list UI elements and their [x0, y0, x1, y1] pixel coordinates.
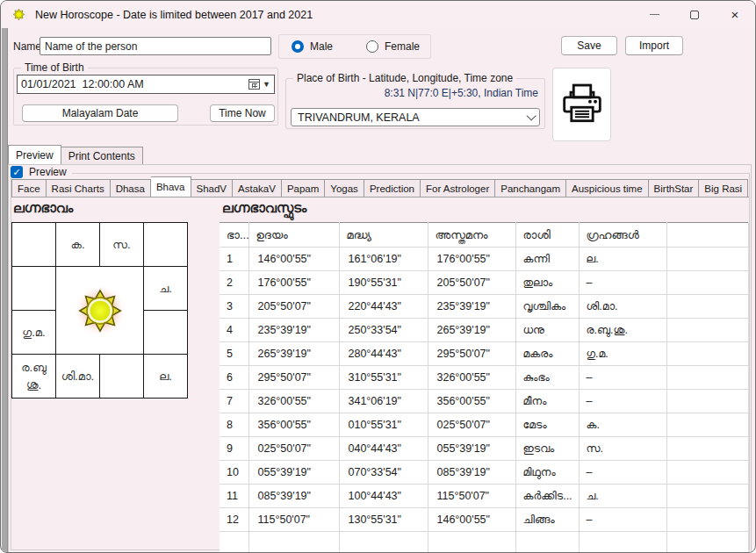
- inner-tab-divider: [11, 197, 749, 198]
- cell-rasi: വൃശ്ചികം: [515, 295, 579, 319]
- cell-udayam: 115°50'07": [248, 508, 339, 532]
- cell-astamanam: 085°39'19": [428, 461, 515, 485]
- cell-udayam: 326°00'55": [248, 390, 339, 413]
- maximize-button[interactable]: [674, 1, 715, 28]
- cell-no: 2: [220, 271, 248, 295]
- chart-cell-mithunam: [144, 223, 188, 267]
- cell-rasi: മിഥുനം: [515, 461, 579, 485]
- female-radio[interactable]: [366, 40, 378, 53]
- male-radio[interactable]: [292, 40, 304, 53]
- bhava-row: 2176°00'55"190°55'31"205°50'07"തുലാം–: [220, 271, 748, 295]
- bhava-row: 10055°39'19"070°33'54"085°39'19"മിഥുനം–: [220, 461, 748, 485]
- bhava-rasi-chart: ക. സ. ച. ഗു.മ. ര.ബു ശു. ശി.മാ. ല.: [11, 222, 188, 399]
- cell-madhya: 341°06'19": [339, 390, 428, 413]
- place-of-birth-legend: Place of Birth - Latitude, Longitude, Ti…: [293, 72, 516, 84]
- minimize-icon: [650, 14, 659, 15]
- tab-birthstar[interactable]: BirthStar: [649, 179, 700, 198]
- tab-dhasa[interactable]: Dhasa: [111, 179, 151, 198]
- tab-yogas[interactable]: Yogas: [325, 179, 364, 198]
- bhava-row: 1146°00'55"161°06'19"176°00'55"കന്നില.: [220, 248, 748, 271]
- time-of-birth-legend: Time of Birth: [21, 61, 88, 74]
- bhava-table-title: ലഗ്നഭാവസ്ഫുടം: [222, 200, 306, 216]
- place-select[interactable]: TRIVANDRUM, KERALA: [291, 108, 540, 126]
- print-button[interactable]: [552, 68, 611, 141]
- tab-bhava[interactable]: Bhava: [151, 176, 191, 198]
- tab-for-astrologer[interactable]: For Astrologer: [421, 179, 495, 198]
- tab-print-contents[interactable]: Print Contents: [61, 147, 143, 165]
- close-icon: ×: [731, 8, 739, 21]
- cell-madhya: 220°44'43": [339, 295, 428, 319]
- col-madhya: മദ്ധ്യ: [339, 223, 428, 248]
- tab-preview[interactable]: Preview: [8, 145, 61, 165]
- cell-no: 9: [220, 437, 248, 461]
- cell-grahas: –: [579, 508, 666, 532]
- cell-rasi: കന്നി: [515, 248, 579, 271]
- cell-astamanam: 146°00'55": [428, 508, 515, 532]
- time-now-button[interactable]: Time Now: [210, 104, 275, 122]
- chart-cell-karkidakam: ച.: [144, 267, 188, 311]
- cell-rasi: മീനം: [515, 390, 579, 413]
- cell-madhya: 070°33'54": [339, 461, 428, 485]
- cell-udayam: 265°39'19": [248, 342, 339, 366]
- chart-cell-idavam: സ.: [100, 223, 144, 267]
- chart-center: [56, 267, 144, 355]
- cell-empty: [666, 508, 748, 532]
- tab-prediction[interactable]: Prediction: [364, 179, 421, 198]
- name-input[interactable]: [40, 37, 271, 55]
- birth-datetime-input[interactable]: 01/01/2021 12:00:00 AM ▼: [17, 75, 275, 94]
- cell-madhya: 130°55'31": [339, 508, 428, 532]
- new-horoscope-window: New Horoscope - Date is limited between …: [0, 0, 756, 553]
- tab-rasi-charts[interactable]: Rasi Charts: [47, 179, 111, 198]
- cell-grahas: –: [579, 271, 666, 295]
- bhava-row-empty: [220, 532, 748, 553]
- female-radio-label: Female: [385, 40, 420, 53]
- cell-empty: [666, 271, 748, 295]
- cell-rasi: കർക്കിട...: [515, 485, 579, 508]
- cell-madhya: 250°33'54": [339, 319, 428, 342]
- tab-astakav[interactable]: AstakaV: [233, 179, 282, 198]
- cell-udayam: 295°50'07": [248, 366, 339, 390]
- chart-cell-medam: ക.: [56, 223, 100, 267]
- close-button[interactable]: ×: [715, 1, 755, 28]
- cell-empty: [666, 248, 748, 271]
- cell-udayam: 085°39'19": [248, 485, 339, 508]
- tab-big-rasi[interactable]: Big Rasi: [699, 179, 748, 198]
- chart-cell-vrischikam: ശി.മാ.: [56, 355, 100, 399]
- window-title: New Horoscope - Date is limited between …: [35, 9, 313, 21]
- cell-rasi: കുംഭം: [515, 366, 579, 390]
- col-grahangal: ഗ്രഹങ്ങൾ: [579, 223, 666, 248]
- cell-grahas: –: [579, 461, 666, 485]
- tab-panchangam[interactable]: Panchangam: [495, 179, 566, 198]
- save-button[interactable]: Save: [561, 36, 617, 55]
- cell-empty: [666, 295, 748, 319]
- cell-grahas: ക.: [579, 413, 666, 437]
- chart-cell-meenam: [12, 223, 56, 267]
- chevron-down-icon: [526, 111, 536, 120]
- chart-cell-kanni: ല.: [144, 355, 188, 399]
- cell-madhya: 161°06'19": [339, 248, 428, 271]
- cell-rasi: തുലാം: [515, 271, 579, 295]
- tab-face[interactable]: Face: [11, 179, 47, 198]
- tab-shadv[interactable]: ShadV: [191, 179, 234, 198]
- cell-no: 11: [220, 485, 248, 508]
- dropdown-caret-icon[interactable]: ▼: [263, 80, 270, 89]
- cell-no: 5: [220, 342, 248, 366]
- tab-auspicious-time[interactable]: Auspicious time: [566, 179, 649, 198]
- bhava-row: 4235°39'19"250°33'54"265°39'19"ധനുര.ബു.ശ…: [220, 319, 748, 342]
- minimize-button[interactable]: [634, 1, 674, 28]
- left-edge-strip: [2, 28, 8, 553]
- maximize-icon: [690, 11, 699, 19]
- cell-rasi: ധനു: [515, 319, 579, 342]
- bhava-row: 5265°39'19"280°44'43"295°50'07"മകരംഗു.മ.: [220, 342, 748, 366]
- cell-astamanam: 326°00'55": [428, 366, 515, 390]
- cell-udayam: 205°50'07": [248, 295, 339, 319]
- col-bhava: ഭാ...: [220, 223, 248, 248]
- chart-cell-makaram: ഗു.മ.: [12, 311, 56, 355]
- import-button[interactable]: Import: [625, 36, 683, 55]
- bhava-chart-title: ലഗ്നഭാവം: [13, 200, 73, 216]
- tab-papam[interactable]: Papam: [282, 179, 325, 198]
- printer-icon: [559, 80, 605, 129]
- malayalam-date-button[interactable]: Malayalam Date: [22, 104, 178, 122]
- cell-udayam: 025°50'07": [248, 437, 339, 461]
- app-sun-icon: [11, 7, 26, 22]
